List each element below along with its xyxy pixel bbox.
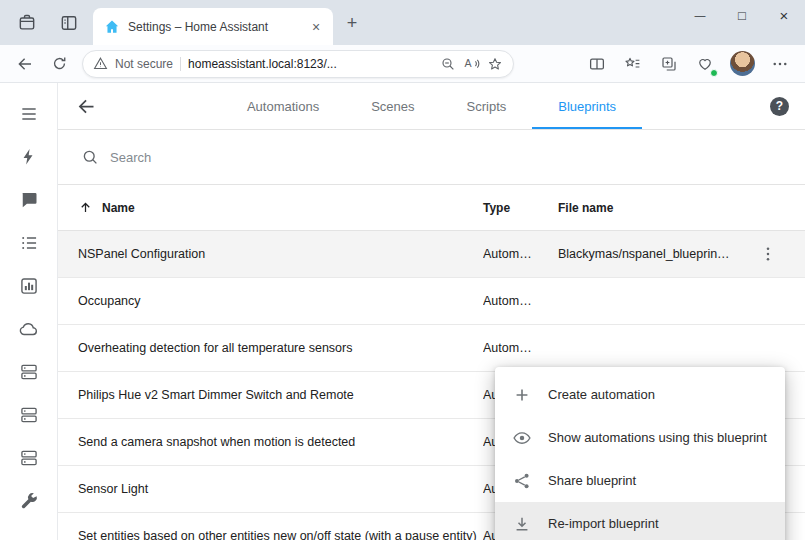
table-header: Name Type File name: [58, 185, 805, 231]
table-row[interactable]: NSPanel Configuration Autom… Blackymas/n…: [58, 231, 805, 278]
energy-icon[interactable]: [7, 135, 51, 178]
tab-close-icon[interactable]: ×: [307, 18, 325, 36]
url-text[interactable]: homeassistant.local:8123/...: [188, 57, 433, 71]
ha-back-icon[interactable]: [76, 96, 97, 117]
row-type: Autom…: [483, 247, 558, 261]
row-name: Occupancy: [78, 294, 483, 308]
cloud-icon[interactable]: [7, 307, 51, 350]
window-controls: — □ ×: [679, 0, 805, 30]
row-type: Autom…: [483, 341, 558, 355]
menu-item-reimport-blueprint[interactable]: Re-import blueprint: [495, 502, 785, 540]
browser-window: Settings – Home Assistant × + — □ × Not …: [0, 0, 805, 540]
history-chart-icon[interactable]: [7, 264, 51, 307]
row-type: Autom…: [483, 294, 558, 308]
row-name: Set entities based on other entities new…: [78, 529, 483, 540]
home-assistant-page: Automations Scenes Scripts Blueprints ? …: [0, 83, 805, 540]
row-name: Send a camera snapshot when motion is de…: [78, 435, 483, 449]
server-icon[interactable]: [7, 393, 51, 436]
tab-scenes[interactable]: Scenes: [345, 83, 440, 129]
menu-item-share-blueprint[interactable]: Share blueprint: [495, 459, 785, 502]
row-file: Blackymas/nspanel_blueprin…: [558, 247, 753, 261]
todo-list-icon[interactable]: [7, 221, 51, 264]
workspace-icon[interactable]: [15, 11, 39, 35]
row-name: Sensor Light: [78, 482, 483, 496]
table-row[interactable]: Occupancy Autom…: [58, 278, 805, 325]
tools-wrench-icon[interactable]: [7, 479, 51, 522]
new-tab-button[interactable]: +: [341, 12, 363, 34]
vertical-tabs-icon[interactable]: [57, 11, 81, 35]
blueprint-context-menu: Create automation Show automations using…: [495, 367, 785, 540]
essentials-status-dot: [710, 69, 718, 77]
row-name: Overheating detection for all temperatur…: [78, 341, 483, 355]
read-aloud-icon[interactable]: A: [463, 55, 480, 72]
menu-item-create-automation[interactable]: Create automation: [495, 373, 785, 416]
sort-ascending-icon[interactable]: [78, 200, 93, 215]
server-icon[interactable]: [7, 350, 51, 393]
svg-text:A: A: [464, 57, 472, 69]
column-header-type[interactable]: Type: [483, 201, 558, 215]
security-label[interactable]: Not secure: [115, 57, 173, 71]
not-secure-warning-icon: [93, 56, 108, 71]
row-overflow-menu-icon[interactable]: [753, 245, 783, 263]
browser-navbar: Not secure homeassistant.local:8123/... …: [0, 45, 805, 83]
address-divider: [180, 57, 181, 71]
column-header-file[interactable]: File name: [558, 201, 753, 215]
plus-icon: [512, 385, 532, 405]
search-icon: [81, 148, 99, 166]
eye-icon: [512, 428, 532, 448]
split-screen-icon[interactable]: [582, 49, 612, 79]
help-icon[interactable]: ?: [770, 97, 789, 116]
tab-automations[interactable]: Automations: [221, 83, 345, 129]
minimize-button[interactable]: —: [679, 0, 721, 30]
search-bar[interactable]: Search: [58, 130, 805, 185]
favorite-star-icon[interactable]: [487, 56, 503, 72]
column-header-name[interactable]: Name: [102, 201, 135, 215]
table-row[interactable]: Overheating detection for all temperatur…: [58, 325, 805, 372]
browser-tab[interactable]: Settings – Home Assistant ×: [93, 8, 333, 45]
close-button[interactable]: ×: [763, 0, 805, 30]
ha-sidebar: [0, 83, 58, 540]
row-name: Philips Hue v2 Smart Dimmer Switch and R…: [78, 388, 483, 402]
server-icon[interactable]: [7, 436, 51, 479]
tab-blueprints[interactable]: Blueprints: [532, 83, 642, 129]
menu-item-show-automations[interactable]: Show automations using this blueprint: [495, 416, 785, 459]
download-icon: [512, 514, 532, 534]
refresh-icon[interactable]: [44, 49, 74, 79]
row-name: NSPanel Configuration: [78, 247, 483, 261]
profile-avatar[interactable]: [730, 51, 755, 76]
navbar-right-icons: [582, 49, 795, 79]
browser-titlebar: Settings – Home Assistant × + — □ ×: [0, 0, 805, 45]
zoom-out-icon[interactable]: [440, 56, 456, 72]
favorites-bar-icon[interactable]: [618, 49, 648, 79]
tab-title: Settings – Home Assistant: [128, 20, 299, 34]
tab-scripts[interactable]: Scripts: [441, 83, 533, 129]
share-icon: [512, 471, 532, 491]
maximize-button[interactable]: □: [721, 0, 763, 30]
ha-header: Automations Scenes Scripts Blueprints ?: [58, 83, 805, 130]
browser-essentials-icon[interactable]: [690, 49, 720, 79]
home-assistant-favicon: [104, 19, 120, 35]
menu-icon[interactable]: [7, 92, 51, 135]
collections-icon[interactable]: [654, 49, 684, 79]
back-icon[interactable]: [10, 49, 40, 79]
address-bar[interactable]: Not secure homeassistant.local:8123/... …: [82, 50, 514, 78]
ha-tab-bar: Automations Scenes Scripts Blueprints: [58, 83, 805, 129]
search-placeholder: Search: [110, 150, 151, 165]
settings-ellipsis-icon[interactable]: [765, 49, 795, 79]
assist-chat-icon[interactable]: [7, 178, 51, 221]
